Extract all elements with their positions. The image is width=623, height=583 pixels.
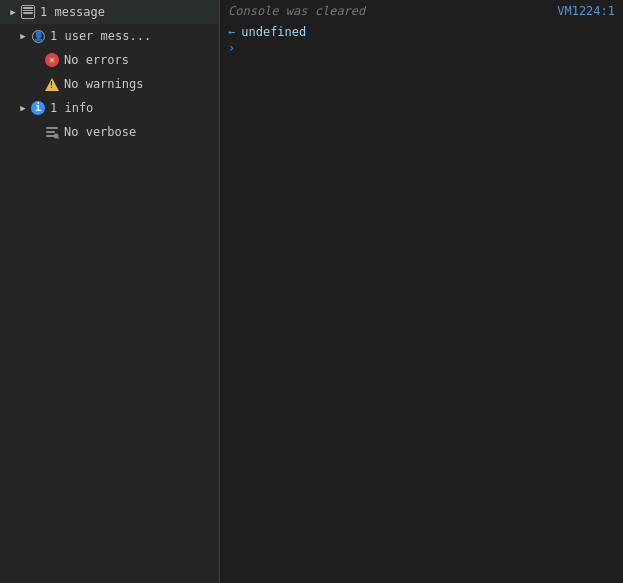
sidebar-item-errors[interactable]: ✕ No errors xyxy=(0,48,219,72)
sidebar: 1 message 👤 1 user mess... ✕ No errors N… xyxy=(0,0,220,583)
output-value: undefined xyxy=(241,25,306,39)
user-messages-label: 1 user mess... xyxy=(50,29,151,43)
chevron-info-icon xyxy=(16,101,30,115)
svg-point-3 xyxy=(54,134,59,139)
prompt-chevron-icon: › xyxy=(228,41,235,55)
warning-icon xyxy=(44,76,60,92)
info-label: 1 info xyxy=(50,101,93,115)
file-reference-link[interactable]: VM1224:1 xyxy=(557,4,615,18)
verbose-label: No verbose xyxy=(64,125,136,139)
user-icon: 👤 xyxy=(30,28,46,44)
info-icon: i xyxy=(30,100,46,116)
message-icon xyxy=(20,4,36,20)
console-output: ← undefined › xyxy=(220,22,623,583)
sidebar-item-user-messages[interactable]: 👤 1 user mess... xyxy=(0,24,219,48)
chevron-messages-icon xyxy=(6,5,20,19)
svg-rect-0 xyxy=(46,127,58,129)
errors-label: No errors xyxy=(64,53,129,67)
warnings-label: No warnings xyxy=(64,77,143,91)
sidebar-item-info[interactable]: i 1 info xyxy=(0,96,219,120)
sidebar-item-verbose[interactable]: No verbose xyxy=(0,120,219,144)
console-cleared-text: Console was cleared xyxy=(228,4,365,18)
svg-line-4 xyxy=(58,138,59,139)
sidebar-item-messages[interactable]: 1 message xyxy=(0,0,219,24)
messages-label: 1 message xyxy=(40,5,105,19)
chevron-user-messages-icon xyxy=(16,29,30,43)
svg-rect-1 xyxy=(46,131,55,133)
error-icon: ✕ xyxy=(44,52,60,68)
prompt-line[interactable]: › xyxy=(228,40,615,56)
main-panel: Console was cleared VM1224:1 ← undefined… xyxy=(220,0,623,583)
output-arrow-icon: ← xyxy=(228,25,235,39)
console-header: Console was cleared VM1224:1 xyxy=(220,0,623,22)
output-undefined-line: ← undefined xyxy=(228,24,615,40)
verbose-icon xyxy=(44,124,60,140)
sidebar-item-warnings[interactable]: No warnings xyxy=(0,72,219,96)
